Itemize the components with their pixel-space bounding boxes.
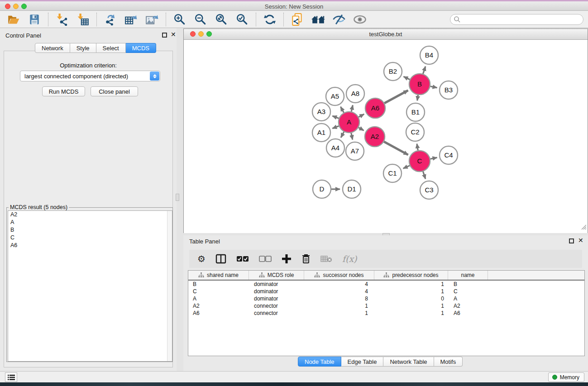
close-panel-button[interactable]: Close panel — [91, 86, 138, 96]
network-graph-canvas[interactable]: B4B2BB3A5A8A6B1A3AA1C2A2A4A7C4CC1C3DD1 — [184, 40, 588, 233]
network-node-C1[interactable]: C1 — [383, 164, 402, 182]
network-edge[interactable] — [423, 172, 425, 179]
titlebar[interactable]: Session: New Session — [0, 1, 588, 11]
network-edge[interactable] — [423, 67, 425, 74]
network-edge[interactable] — [332, 126, 339, 128]
deselect-all-icon[interactable] — [259, 255, 272, 262]
hide-panels-eye-icon[interactable] — [332, 13, 346, 26]
tab-edge-table[interactable]: Edge Table — [341, 357, 384, 367]
network-edge[interactable] — [340, 107, 344, 113]
network-node-A[interactable]: A — [339, 112, 359, 133]
network-node-A4[interactable]: A4 — [326, 139, 344, 157]
run-mcds-button[interactable]: Run MCDS — [42, 86, 85, 96]
duplicate-network-icon[interactable] — [290, 13, 305, 26]
select-all-icon[interactable] — [236, 255, 249, 262]
resize-grip-icon[interactable] — [581, 224, 587, 232]
network-edge[interactable] — [384, 142, 408, 155]
tab-motifs[interactable]: Motifs — [434, 357, 463, 367]
dropdown-stepper-icon[interactable] — [150, 71, 159, 81]
home-icon[interactable] — [311, 13, 325, 26]
network-node-A7[interactable]: A7 — [346, 142, 364, 160]
zoom-selected-icon[interactable] — [235, 13, 249, 26]
float-panel-icon[interactable] — [569, 238, 574, 243]
network-edge[interactable] — [430, 157, 437, 159]
result-list-item[interactable]: C — [8, 234, 172, 242]
vertical-splitter-grip[interactable] — [176, 194, 179, 201]
network-node-B2[interactable]: B2 — [384, 62, 402, 81]
zoom-in-icon[interactable] — [172, 13, 187, 26]
result-list-item[interactable]: A — [8, 219, 172, 226]
tab-style[interactable]: Style — [70, 43, 96, 53]
network-edge[interactable] — [417, 95, 418, 101]
table-row[interactable]: A6connector11A6 — [188, 310, 584, 317]
network-node-D1[interactable]: D1 — [343, 180, 361, 198]
tab-node-table[interactable]: Node Table — [298, 357, 341, 367]
network-edge[interactable] — [351, 105, 353, 111]
function-builder-icon[interactable]: f(x) — [342, 254, 357, 264]
table-row[interactable]: A2connector11A2 — [188, 302, 584, 310]
network-node-A6[interactable]: A6 — [365, 98, 385, 118]
network-node-A2[interactable]: A2 — [365, 127, 385, 147]
network-edge[interactable] — [341, 132, 344, 138]
network-edge[interactable] — [430, 86, 437, 88]
network-edge[interactable] — [359, 128, 364, 131]
network-node-B3[interactable]: B3 — [440, 81, 458, 99]
float-panel-icon[interactable] — [162, 33, 167, 38]
network-node-D[interactable]: D — [313, 180, 331, 198]
column-header-successor-nodes[interactable]: successor nodes — [304, 271, 374, 280]
show-panels-eye-icon[interactable] — [353, 13, 367, 26]
delete-table-icon[interactable] — [320, 255, 332, 263]
node-table[interactable]: shared name MCDS role successor nodes pr… — [188, 270, 585, 356]
tab-network[interactable]: Network — [35, 43, 70, 53]
column-header-shared-name[interactable]: shared name — [188, 271, 249, 280]
scrollbar-track[interactable] — [167, 211, 172, 361]
network-node-C2[interactable]: C2 — [406, 123, 424, 141]
mcds-result-list[interactable]: A2ABCA6 — [8, 210, 172, 362]
table-row[interactable]: Cdominator41C — [188, 288, 584, 295]
result-list-item[interactable]: A6 — [8, 242, 172, 249]
table-row[interactable]: Bdominator41B — [188, 281, 584, 288]
column-header-name[interactable]: name — [448, 271, 488, 280]
table-row[interactable]: Adominator80A — [188, 295, 584, 302]
result-list-item[interactable]: B — [8, 226, 172, 234]
optimization-criterion-dropdown[interactable]: largest connected component (directed) — [20, 71, 160, 81]
close-panel-icon[interactable]: ✕ — [578, 237, 583, 243]
result-list-item[interactable]: A2 — [8, 211, 172, 219]
network-node-B1[interactable]: B1 — [406, 103, 425, 121]
network-node-A5[interactable]: A5 — [326, 87, 344, 105]
network-edge[interactable] — [359, 114, 364, 117]
refresh-icon[interactable] — [263, 13, 277, 26]
delete-rows-trash-icon[interactable] — [301, 254, 311, 264]
network-edge[interactable] — [403, 76, 410, 80]
network-edge[interactable] — [403, 166, 410, 168]
export-table-icon[interactable] — [124, 13, 139, 26]
column-header-predecessor-nodes[interactable]: predecessor nodes — [374, 271, 448, 280]
close-panel-icon[interactable]: ✕ — [171, 31, 176, 38]
import-network-icon[interactable] — [55, 13, 69, 26]
network-node-A1[interactable]: A1 — [312, 124, 330, 142]
task-history-button[interactable] — [5, 372, 17, 382]
save-session-icon[interactable] — [27, 13, 42, 26]
network-edge[interactable] — [332, 116, 339, 118]
table-options-gear-icon[interactable]: ⚙ — [197, 254, 206, 263]
zoom-out-icon[interactable] — [193, 13, 208, 26]
tab-network-table[interactable]: Network Table — [383, 357, 434, 367]
zoom-fit-icon[interactable] — [214, 13, 229, 26]
network-node-C3[interactable]: C3 — [420, 181, 438, 199]
tab-select[interactable]: Select — [96, 43, 126, 53]
add-row-plus-icon[interactable] — [282, 254, 292, 264]
network-edge[interactable] — [351, 133, 353, 140]
show-columns-icon[interactable] — [215, 254, 226, 264]
open-session-icon[interactable] — [6, 13, 21, 26]
network-window-titlebar[interactable]: testGlobe.txt — [184, 29, 588, 40]
network-node-A8[interactable]: A8 — [346, 85, 364, 103]
tab-mcds[interactable]: MCDS — [126, 43, 156, 53]
network-node-B4[interactable]: B4 — [420, 46, 438, 64]
import-table-icon[interactable] — [76, 13, 90, 26]
network-node-C4[interactable]: C4 — [440, 146, 458, 164]
network-edge[interactable] — [384, 91, 408, 103]
network-node-C[interactable]: C — [409, 151, 430, 172]
search-input[interactable] — [450, 14, 583, 25]
export-image-icon[interactable] — [145, 13, 159, 26]
network-node-B[interactable]: B — [409, 74, 430, 95]
